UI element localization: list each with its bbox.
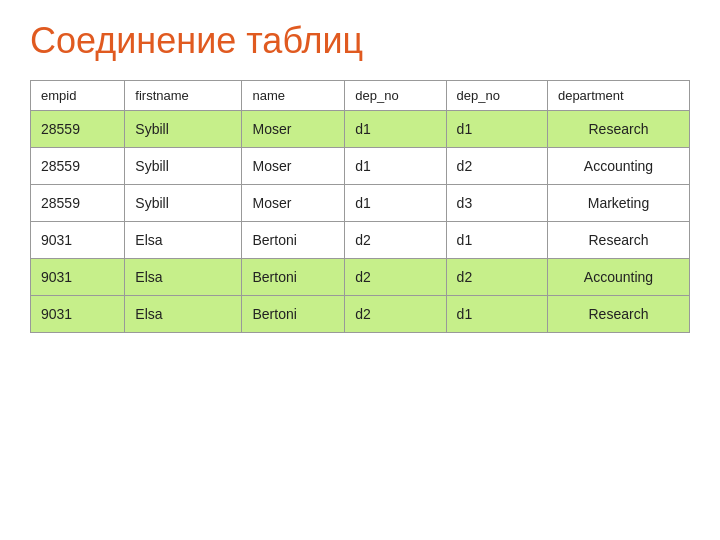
cell-dep_no1: d1 xyxy=(345,148,446,185)
cell-firstname: Elsa xyxy=(125,296,242,333)
cell-dep_no2: d1 xyxy=(446,296,547,333)
cell-name: Bertoni xyxy=(242,222,345,259)
cell-dep_no2: d2 xyxy=(446,259,547,296)
cell-department: Marketing xyxy=(547,185,689,222)
cell-name: Moser xyxy=(242,111,345,148)
cell-dep_no1: d2 xyxy=(345,222,446,259)
cell-name: Moser xyxy=(242,148,345,185)
cell-firstname: Sybill xyxy=(125,185,242,222)
cell-department: Accounting xyxy=(547,148,689,185)
cell-dep_no2: d2 xyxy=(446,148,547,185)
cell-dep_no1: d1 xyxy=(345,111,446,148)
cell-department: Accounting xyxy=(547,259,689,296)
cell-department: Research xyxy=(547,222,689,259)
cell-department: Research xyxy=(547,111,689,148)
table-header-row: empid firstname name dep_no dep_no depar… xyxy=(31,81,690,111)
col-header-firstname: firstname xyxy=(125,81,242,111)
table-row: 28559SybillMoserd1d1Research xyxy=(31,111,690,148)
cell-dep_no2: d1 xyxy=(446,111,547,148)
table-row: 9031ElsaBertonid2d1Research xyxy=(31,222,690,259)
col-header-department: department xyxy=(547,81,689,111)
cell-dep_no1: d2 xyxy=(345,296,446,333)
table-row: 28559SybillMoserd1d2Accounting xyxy=(31,148,690,185)
cell-empid: 28559 xyxy=(31,185,125,222)
cell-empid: 9031 xyxy=(31,296,125,333)
cell-empid: 9031 xyxy=(31,259,125,296)
cell-firstname: Elsa xyxy=(125,222,242,259)
cell-empid: 9031 xyxy=(31,222,125,259)
col-header-dep_no2: dep_no xyxy=(446,81,547,111)
cell-dep_no2: d1 xyxy=(446,222,547,259)
table-row: 28559SybillMoserd1d3Marketing xyxy=(31,185,690,222)
cell-dep_no2: d3 xyxy=(446,185,547,222)
cell-name: Moser xyxy=(242,185,345,222)
cell-name: Bertoni xyxy=(242,296,345,333)
cell-dep_no1: d2 xyxy=(345,259,446,296)
data-table: empid firstname name dep_no dep_no depar… xyxy=(30,80,690,333)
page-title: Соединение таблиц xyxy=(30,20,690,62)
col-header-name: name xyxy=(242,81,345,111)
col-header-dep_no1: dep_no xyxy=(345,81,446,111)
cell-empid: 28559 xyxy=(31,111,125,148)
cell-dep_no1: d1 xyxy=(345,185,446,222)
table-row: 9031ElsaBertonid2d2Accounting xyxy=(31,259,690,296)
cell-name: Bertoni xyxy=(242,259,345,296)
table-row: 9031ElsaBertonid2d1Research xyxy=(31,296,690,333)
cell-empid: 28559 xyxy=(31,148,125,185)
col-header-empid: empid xyxy=(31,81,125,111)
cell-firstname: Sybill xyxy=(125,148,242,185)
cell-department: Research xyxy=(547,296,689,333)
page-container: Соединение таблиц empid firstname name d… xyxy=(0,0,720,540)
cell-firstname: Elsa xyxy=(125,259,242,296)
cell-firstname: Sybill xyxy=(125,111,242,148)
